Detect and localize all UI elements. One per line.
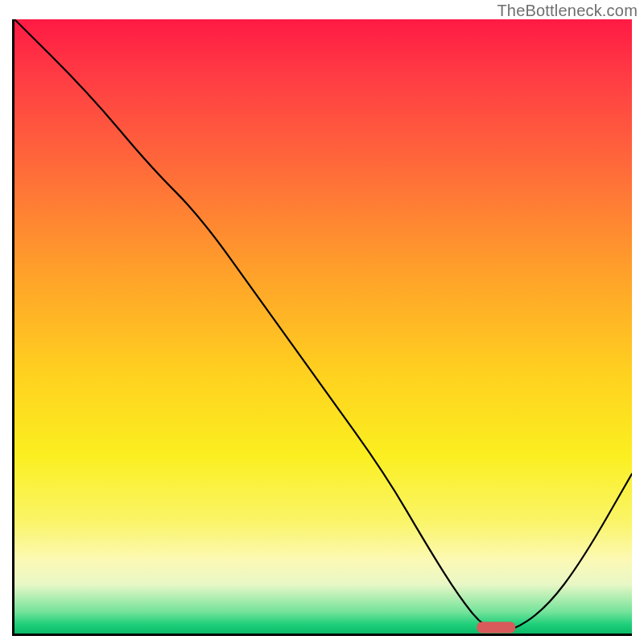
curve-overlay — [14, 19, 632, 634]
watermark-text: TheBottleneck.com — [497, 2, 638, 20]
bottleneck-curve — [14, 19, 632, 631]
optimal-marker — [477, 621, 515, 633]
chart-container: TheBottleneck.com — [0, 0, 644, 644]
plot-area — [12, 19, 632, 636]
